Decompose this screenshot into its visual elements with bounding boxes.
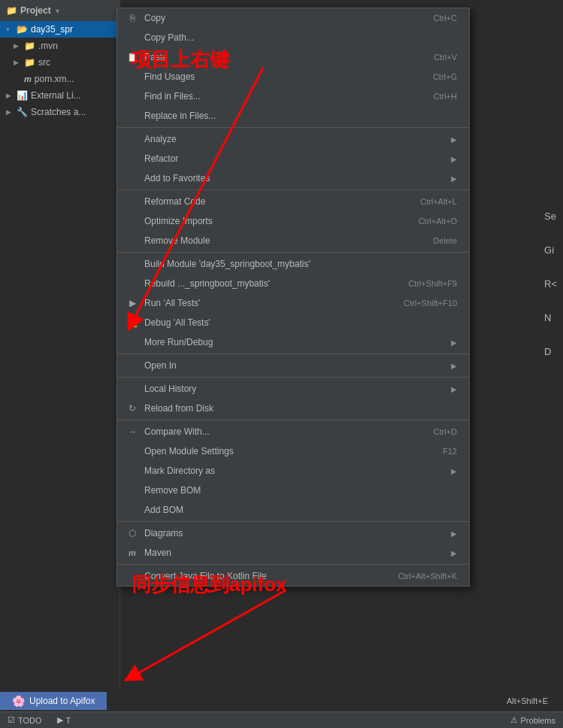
menu-shortcut: Ctrl+Alt+O xyxy=(396,217,457,226)
menu-reformat-code[interactable]: Reformat Code Ctrl+Alt+L xyxy=(117,192,469,211)
menu-open-module-settings[interactable]: Open Module Settings F12 xyxy=(117,441,469,461)
menu-find-usages[interactable]: Find Usages Ctrl+G xyxy=(117,67,469,86)
menu-copy-path[interactable]: Copy Path... xyxy=(117,28,469,47)
menu-shortcut: Ctrl+H xyxy=(411,92,457,101)
menu-compare-with[interactable]: → Compare With... Ctrl+D xyxy=(117,422,469,441)
problems-label: Problems xyxy=(521,716,555,725)
menu-label: Copy xyxy=(144,13,411,23)
menu-separator xyxy=(117,252,469,253)
menu-shortcut: Ctrl+Alt+Shift+K xyxy=(375,572,457,581)
menu-separator xyxy=(117,564,469,565)
tree-item-src[interactable]: ▶ 📁 src xyxy=(0,54,120,71)
menu-separator xyxy=(117,377,469,378)
lib-icon: 📊 xyxy=(17,90,28,101)
menu-copy[interactable]: ⎘ Copy Ctrl+C xyxy=(117,8,469,28)
menu-label: Debug 'All Tests' xyxy=(144,317,457,328)
menu-remove-bom[interactable]: Remove BOM xyxy=(117,481,469,500)
menu-debug-all-tests[interactable]: 🐛 Debug 'All Tests' xyxy=(117,313,469,332)
upload-btn-bar: 🌸 Upload to Apifox Alt+Shift+E xyxy=(0,690,563,711)
project-header[interactable]: 📁 Project ▾ xyxy=(0,0,120,21)
submenu-arrow: ▶ xyxy=(451,338,457,347)
menu-build-module[interactable]: Build Module 'day35_springboot_mybatis' xyxy=(117,254,469,274)
menu-open-in[interactable]: Open In ▶ xyxy=(117,356,469,375)
menu-label: Run 'All Tests' xyxy=(144,298,381,308)
right-label-n: N xyxy=(544,312,557,323)
compare-icon: → xyxy=(125,426,140,437)
tree-item-mvn[interactable]: ▶ 📁 .mvn xyxy=(0,38,120,54)
todo-icon: ☑ xyxy=(8,715,15,725)
debug-icon: 🐛 xyxy=(125,317,140,328)
chevron-icon: ▶ xyxy=(6,92,14,99)
menu-separator xyxy=(117,127,469,128)
menu-reload-from-disk[interactable]: ↻ Reload from Disk xyxy=(117,399,469,418)
menu-shortcut: Ctrl+Shift+F9 xyxy=(386,279,457,288)
submenu-arrow: ▶ xyxy=(451,135,457,144)
submenu-arrow: ▶ xyxy=(451,155,457,163)
menu-mark-directory[interactable]: Mark Directory as ▶ xyxy=(117,461,469,481)
project-dropdown-icon[interactable]: ▾ xyxy=(56,7,59,15)
right-label-g: Gi xyxy=(544,244,557,256)
menu-label: Reformat Code xyxy=(144,196,398,207)
menu-more-run-debug[interactable]: More Run/Debug ▶ xyxy=(117,332,469,352)
menu-separator xyxy=(117,190,469,190)
menu-label: Build Module 'day35_springboot_mybatis' xyxy=(144,259,457,269)
menu-label: Mark Directory as xyxy=(144,466,445,476)
chevron-icon: ▾ xyxy=(6,26,14,33)
chevron-icon: ▶ xyxy=(6,108,14,116)
diagrams-icon: ⬡ xyxy=(125,528,140,538)
tree-item-pom[interactable]: m pom.xm... xyxy=(0,71,120,87)
menu-remove-module[interactable]: Remove Module Delete xyxy=(117,231,469,250)
chevron-icon: ▶ xyxy=(14,42,21,50)
menu-label: Diagrams xyxy=(144,528,445,538)
menu-maven[interactable]: m Maven ▶ xyxy=(117,543,469,563)
menu-label: Convert Java File to Kotlin File xyxy=(144,571,375,581)
tree-item-day35[interactable]: ▾ 📂 day35_spr xyxy=(0,21,120,38)
tree-item-label: External Li... xyxy=(31,90,81,101)
paste-icon: 📋 xyxy=(125,52,140,62)
menu-run-all-tests[interactable]: ▶ Run 'All Tests' Ctrl+Shift+F10 xyxy=(117,293,469,313)
menu-analyze[interactable]: Analyze ▶ xyxy=(117,129,469,149)
menu-find-in-files[interactable]: Find in Files... Ctrl+H xyxy=(117,86,469,106)
upload-to-apifox-button[interactable]: 🌸 Upload to Apifox xyxy=(0,692,107,710)
folder-icon: 📁 xyxy=(24,57,35,68)
menu-diagrams[interactable]: ⬡ Diagrams ▶ xyxy=(117,523,469,543)
submenu-arrow: ▶ xyxy=(451,529,457,538)
status-tab-t[interactable]: ▶ T xyxy=(50,712,79,728)
menu-separator xyxy=(117,353,469,354)
menu-label: Find in Files... xyxy=(144,91,411,102)
folder-icon: 📁 xyxy=(24,41,35,51)
pom-icon: m xyxy=(24,74,32,83)
menu-label: Rebuild ..._springboot_mybatis' xyxy=(144,278,386,289)
menu-refactor[interactable]: Refactor ▶ xyxy=(117,149,469,168)
menu-replace-in-files[interactable]: Replace in Files... xyxy=(117,106,469,126)
menu-paste[interactable]: 📋 Paste Ctrl+V xyxy=(117,47,469,67)
t-icon: ▶ xyxy=(57,715,63,725)
apifox-icon: 🌸 xyxy=(12,695,25,707)
status-tab-problems[interactable]: ⚠ Problems xyxy=(503,712,563,728)
module-icon: 📂 xyxy=(17,24,28,35)
menu-rebuild[interactable]: Rebuild ..._springboot_mybatis' Ctrl+Shi… xyxy=(117,274,469,293)
menu-label: Add BOM xyxy=(144,505,457,515)
right-label-d: D xyxy=(544,346,557,357)
status-tab-todo[interactable]: ☑ TODO xyxy=(0,712,50,728)
menu-local-history[interactable]: Local History ▶ xyxy=(117,379,469,399)
tree-item-label: .mvn xyxy=(38,41,58,51)
tree-item-external-libs[interactable]: ▶ 📊 External Li... xyxy=(0,87,120,104)
upload-btn-label: Upload to Apifox xyxy=(29,696,95,706)
menu-label: Refactor xyxy=(144,153,445,164)
upload-shortcut: Alt+Shift+E xyxy=(507,696,548,705)
reload-icon: ↻ xyxy=(125,403,140,414)
tree-item-label: src xyxy=(38,57,50,68)
menu-label: Find Usages xyxy=(144,71,410,82)
menu-convert-to-kotlin[interactable]: Convert Java File to Kotlin File Ctrl+Al… xyxy=(117,566,469,586)
menu-shortcut: Ctrl+C xyxy=(411,14,457,23)
menu-optimize-imports[interactable]: Optimize Imports Ctrl+Alt+O xyxy=(117,211,469,231)
tree-item-scratches[interactable]: ▶ 🔧 Scratches a... xyxy=(0,104,120,120)
menu-label: Replace in Files... xyxy=(144,111,457,121)
menu-add-bom[interactable]: Add BOM xyxy=(117,500,469,520)
menu-label: Remove BOM xyxy=(144,485,457,496)
menu-add-favorites[interactable]: Add to Favorites ▶ xyxy=(117,168,469,188)
menu-label: Reload from Disk xyxy=(144,403,457,414)
menu-separator xyxy=(117,420,469,420)
submenu-arrow: ▶ xyxy=(451,385,457,393)
